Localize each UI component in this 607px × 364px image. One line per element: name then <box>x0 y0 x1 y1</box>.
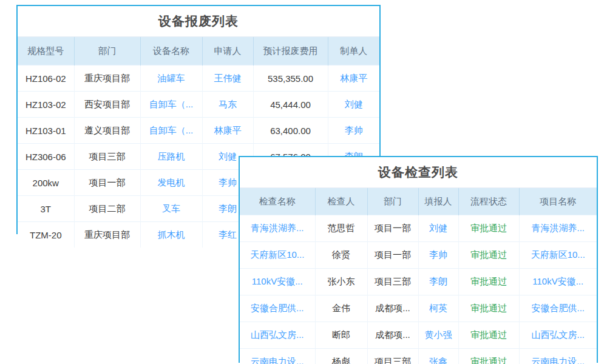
cell-model: HZ306-06 <box>18 144 74 170</box>
cell-creator[interactable]: 林康平 <box>328 66 379 92</box>
cell-filler[interactable]: 李朗 <box>418 269 458 295</box>
column-header-creator: 制单人 <box>328 37 379 66</box>
column-header-name: 检查名称 <box>240 188 315 215</box>
column-header-cost: 预计报废费用 <box>253 37 328 66</box>
page: { "colors": { "panel_border": "#29abe2",… <box>0 0 607 364</box>
cell-creator[interactable]: 李帅 <box>328 118 379 144</box>
cell-project[interactable]: 山西弘文房... <box>519 322 597 349</box>
cell-model: HZ106-02 <box>18 66 74 92</box>
cell-status[interactable]: 审批通过 <box>458 349 519 364</box>
cell-name[interactable]: 云南电力设... <box>240 349 315 364</box>
cell-filler[interactable]: 黄小强 <box>418 322 458 349</box>
column-header-filler: 填报人 <box>418 188 458 215</box>
cell-status[interactable]: 审批通过 <box>458 269 519 295</box>
cell-project[interactable]: 天府新区10... <box>519 242 597 269</box>
cell-filler[interactable]: 李帅 <box>418 242 458 269</box>
cell-device[interactable]: 发电机 <box>140 170 202 196</box>
table-row: 安徽合肥供...金伟成都项...柯英审批通过安徽合肥供... <box>240 295 597 322</box>
cell-project[interactable]: 110kV安徽... <box>519 269 597 295</box>
inspection-list-panel: 设备检查列表 检查名称检查人部门填报人流程状态项目名称 青海洪湖养...范思哲项… <box>239 156 598 363</box>
cell-dept: 重庆项目部 <box>74 222 140 248</box>
cell-project[interactable]: 云南电力设... <box>519 349 597 364</box>
cell-inspector: 断郎 <box>315 322 367 349</box>
table-row: 110kV安徽...张小东项目三部李朗审批通过110kV安徽... <box>240 269 597 295</box>
column-header-device: 设备名称 <box>140 37 202 66</box>
cell-dept: 项目一部 <box>367 242 418 269</box>
cell-inspector: 金伟 <box>315 295 367 322</box>
cell-device[interactable]: 油罐车 <box>140 66 202 92</box>
column-header-dept: 部门 <box>367 188 418 215</box>
cell-cost: 63,400.00 <box>253 118 328 144</box>
cell-creator[interactable]: 刘健 <box>328 92 379 118</box>
cell-dept: 项目三部 <box>74 144 140 170</box>
cell-model: 200kw <box>18 170 74 196</box>
cell-device[interactable]: 抓木机 <box>140 222 202 248</box>
cell-project[interactable]: 青海洪湖养... <box>519 215 597 242</box>
cell-inspector: 张小东 <box>315 269 367 295</box>
cell-dept: 成都项... <box>367 295 418 322</box>
cell-model: HZ103-01 <box>18 118 74 144</box>
table-row: HZ103-02西安项目部自卸车（...马东45,444.00刘健 <box>18 92 379 118</box>
cell-model: TZM-20 <box>18 222 74 248</box>
cell-name[interactable]: 山西弘文房... <box>240 322 315 349</box>
cell-filler[interactable]: 刘健 <box>418 215 458 242</box>
cell-device[interactable]: 自卸车（... <box>140 92 202 118</box>
cell-inspector: 杨彪 <box>315 349 367 364</box>
table-row: 青海洪湖养...范思哲项目一部刘健审批通过青海洪湖养... <box>240 215 597 242</box>
inspection-table: 检查名称检查人部门填报人流程状态项目名称 青海洪湖养...范思哲项目一部刘健审批… <box>240 188 597 364</box>
cell-device[interactable]: 压路机 <box>140 144 202 170</box>
cell-status[interactable]: 审批通过 <box>458 295 519 322</box>
table-row: 云南电力设...杨彪项目三部张鑫审批通过云南电力设... <box>240 349 597 364</box>
cell-applicant[interactable]: 马东 <box>202 92 253 118</box>
cell-dept: 成都项... <box>367 322 418 349</box>
cell-dept: 项目一部 <box>367 215 418 242</box>
inspection-table-header: 检查名称检查人部门填报人流程状态项目名称 <box>240 188 597 215</box>
table-row: HZ103-01遵义项目部自卸车（...林康平63,400.00李帅 <box>18 118 379 144</box>
inspection-list-title: 设备检查列表 <box>240 157 597 188</box>
column-header-project: 项目名称 <box>519 188 597 215</box>
scrap-list-title: 设备报废列表 <box>18 6 379 37</box>
column-header-dept: 部门 <box>74 37 140 66</box>
cell-dept: 西安项目部 <box>74 92 140 118</box>
cell-status[interactable]: 审批通过 <box>458 215 519 242</box>
cell-device[interactable]: 叉车 <box>140 196 202 222</box>
cell-cost: 45,444.00 <box>253 92 328 118</box>
cell-dept: 项目一部 <box>74 170 140 196</box>
cell-filler[interactable]: 柯英 <box>418 295 458 322</box>
cell-model: HZ103-02 <box>18 92 74 118</box>
cell-name[interactable]: 青海洪湖养... <box>240 215 315 242</box>
cell-inspector: 范思哲 <box>315 215 367 242</box>
column-header-applicant: 申请人 <box>202 37 253 66</box>
cell-applicant[interactable]: 王伟健 <box>202 66 253 92</box>
cell-project[interactable]: 安徽合肥供... <box>519 295 597 322</box>
cell-filler[interactable]: 张鑫 <box>418 349 458 364</box>
scrap-table-header: 规格型号部门设备名称申请人预计报废费用制单人 <box>18 37 379 66</box>
cell-dept: 项目三部 <box>367 269 418 295</box>
cell-status[interactable]: 审批通过 <box>458 322 519 349</box>
cell-cost: 535,355.00 <box>253 66 328 92</box>
cell-name[interactable]: 天府新区10... <box>240 242 315 269</box>
column-header-status: 流程状态 <box>458 188 519 215</box>
cell-inspector: 徐贤 <box>315 242 367 269</box>
cell-device[interactable]: 自卸车（... <box>140 118 202 144</box>
column-header-model: 规格型号 <box>18 37 74 66</box>
cell-applicant[interactable]: 林康平 <box>202 118 253 144</box>
cell-status[interactable]: 审批通过 <box>458 242 519 269</box>
cell-dept: 项目三部 <box>367 349 418 364</box>
cell-dept: 重庆项目部 <box>74 66 140 92</box>
cell-name[interactable]: 110kV安徽... <box>240 269 315 295</box>
cell-dept: 项目二部 <box>74 196 140 222</box>
table-row: 天府新区10...徐贤项目一部李帅审批通过天府新区10... <box>240 242 597 269</box>
cell-model: 3T <box>18 196 74 222</box>
column-header-inspector: 检查人 <box>315 188 367 215</box>
table-row: 山西弘文房...断郎成都项...黄小强审批通过山西弘文房... <box>240 322 597 349</box>
cell-name[interactable]: 安徽合肥供... <box>240 295 315 322</box>
cell-dept: 遵义项目部 <box>74 118 140 144</box>
table-row: HZ106-02重庆项目部油罐车王伟健535,355.00林康平 <box>18 66 379 92</box>
